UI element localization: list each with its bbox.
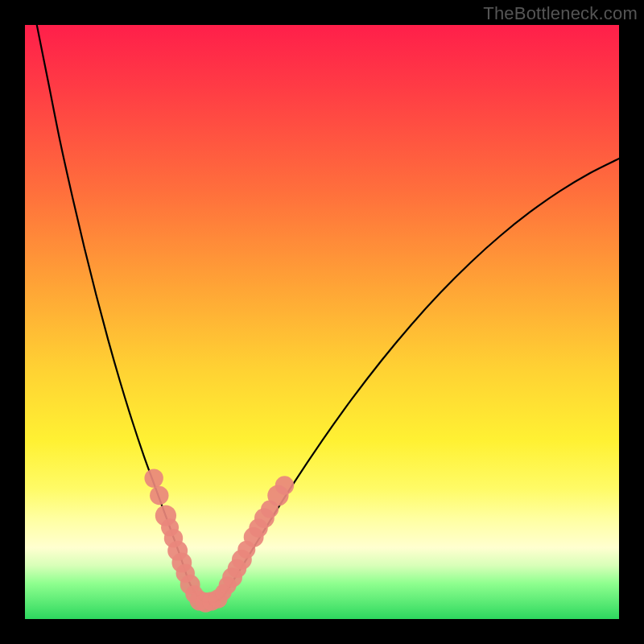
marker-point — [275, 476, 294, 494]
watermark-text: TheBottleneck.com — [483, 3, 638, 24]
chart-frame: TheBottleneck.com — [0, 0, 644, 644]
highlighted-points — [144, 469, 294, 612]
marker-point — [150, 486, 168, 505]
plot-area — [25, 25, 619, 619]
marker-point — [144, 469, 163, 487]
bottleneck-curve — [37, 25, 619, 602]
chart-svg — [25, 25, 619, 619]
